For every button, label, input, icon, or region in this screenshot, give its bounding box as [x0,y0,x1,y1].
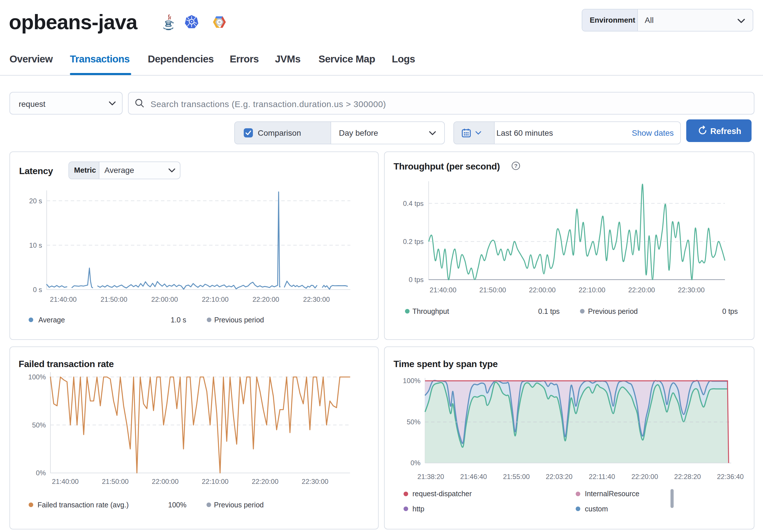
svg-text:10 s: 10 s [29,241,42,249]
svg-text:21:40:00: 21:40:00 [430,286,456,293]
svg-text:22:10:00: 22:10:00 [202,478,228,485]
svg-text:21:50:00: 21:50:00 [479,286,506,293]
svg-text:22:28:20: 22:28:20 [674,473,701,480]
svg-text:21:40:00: 21:40:00 [50,295,76,303]
svg-text:50%: 50% [407,418,420,426]
svg-text:21:50:00: 21:50:00 [101,295,127,303]
svg-text:22:03:20: 22:03:20 [546,473,573,480]
svg-text:0%: 0% [410,459,420,467]
svg-text:0.2 tps: 0.2 tps [403,238,424,245]
svg-text:22:10:00: 22:10:00 [202,295,229,303]
svg-text:100%: 100% [403,377,420,384]
svg-text:22:20:00: 22:20:00 [252,478,278,485]
svg-text:21:55:00: 21:55:00 [503,473,530,480]
svg-text:21:46:40: 21:46:40 [460,473,487,480]
svg-text:22:20:00: 22:20:00 [252,295,279,303]
svg-text:22:20:00: 22:20:00 [628,286,655,293]
svg-text:22:20:00: 22:20:00 [631,473,658,480]
svg-text:22:30:00: 22:30:00 [303,295,330,303]
svg-text:20 s: 20 s [29,197,42,204]
svg-text:100%: 100% [28,373,46,381]
svg-text:0 tps: 0 tps [409,276,424,283]
svg-text:0 s: 0 s [33,285,42,293]
svg-text:21:40:00: 21:40:00 [52,478,78,485]
svg-text:22:11:40: 22:11:40 [589,473,615,480]
svg-text:22:00:00: 22:00:00 [151,295,178,303]
svg-text:0.4 tps: 0.4 tps [403,199,424,207]
svg-text:22:30:00: 22:30:00 [302,478,328,485]
svg-text:22:00:00: 22:00:00 [152,478,178,485]
svg-text:0%: 0% [36,469,46,477]
svg-text:22:00:00: 22:00:00 [529,286,556,293]
svg-text:22:36:40: 22:36:40 [717,473,743,480]
svg-text:22:30:00: 22:30:00 [678,286,705,293]
svg-text:21:38:20: 21:38:20 [417,473,444,480]
svg-text:21:50:00: 21:50:00 [102,478,129,485]
svg-text:22:10:00: 22:10:00 [579,286,605,293]
svg-text:50%: 50% [32,421,46,429]
